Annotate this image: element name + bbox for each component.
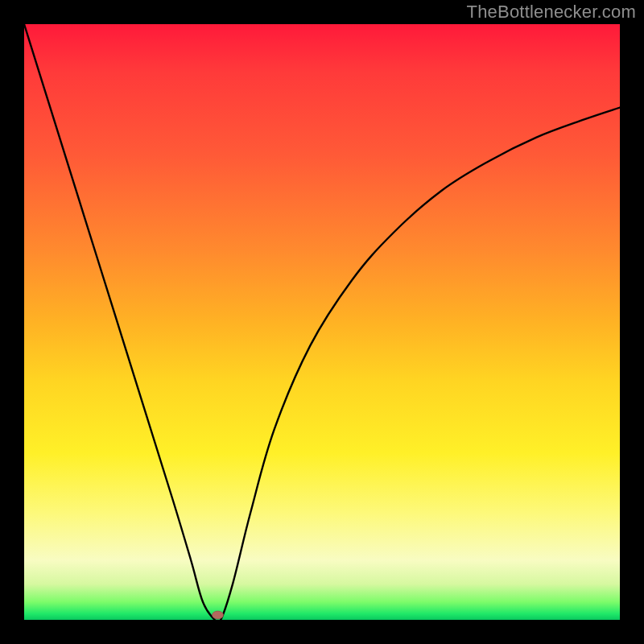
plot-area (24, 24, 620, 620)
chart-svg (24, 24, 620, 620)
chart-outer-frame: TheBottlenecker.com (0, 0, 644, 644)
bottleneck-curve (24, 24, 620, 620)
watermark-text: TheBottlenecker.com (467, 2, 636, 23)
current-point-marker (213, 611, 224, 619)
